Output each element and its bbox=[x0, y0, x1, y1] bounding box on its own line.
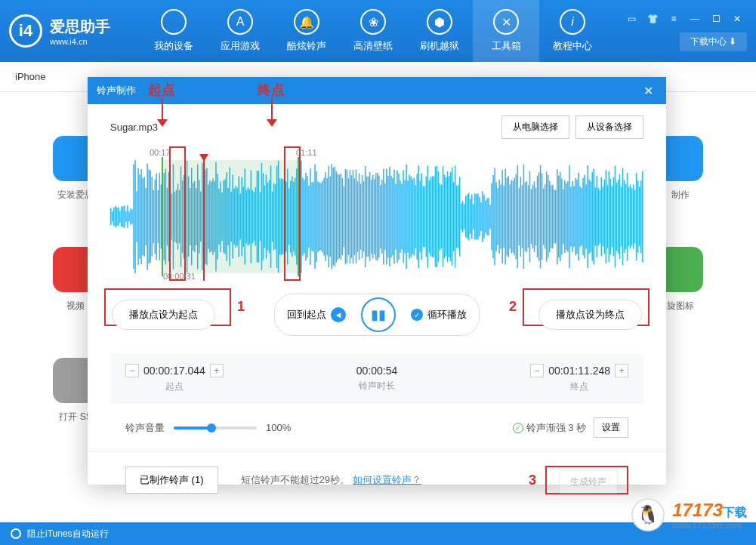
controls-row: 1 播放点设为起点 回到起点◄ ▮▮ ✓循环播放 2 播放点设为终点 bbox=[88, 282, 666, 347]
app-header: i4 爱思助手 www.i4.cn 我的设备 A应用游戏 🔔酷炫铃声 ❀高清壁纸… bbox=[0, 0, 756, 62]
status-icon[interactable] bbox=[11, 528, 21, 539]
svg-rect-275 bbox=[529, 171, 531, 263]
svg-rect-168 bbox=[366, 177, 368, 257]
svg-rect-257 bbox=[501, 170, 503, 263]
loop-play-toggle[interactable]: ✓循环播放 bbox=[402, 303, 476, 326]
source-row: Sugar.mp3 从电脑选择 从设备选择 bbox=[88, 104, 666, 146]
nav-ringtones[interactable]: 🔔酷炫铃声 bbox=[273, 0, 340, 62]
svg-rect-254 bbox=[497, 188, 498, 245]
svg-rect-266 bbox=[516, 174, 517, 260]
playback-group: 回到起点◄ ▮▮ ✓循环播放 bbox=[274, 294, 480, 336]
top-nav: 我的设备 A应用游戏 🔔酷炫铃声 ❀高清壁纸 ⬢刷机越狱 ✕工具箱 i教程中心 bbox=[140, 0, 622, 62]
svg-rect-265 bbox=[514, 178, 516, 256]
svg-rect-313 bbox=[587, 165, 588, 268]
svg-rect-311 bbox=[584, 175, 585, 259]
back-icon: ◄ bbox=[331, 307, 346, 322]
nav-toolbox[interactable]: ✕工具箱 bbox=[473, 0, 539, 62]
made-ringtones-button[interactable]: 已制作铃声 (1) bbox=[125, 466, 218, 494]
modal-close-button[interactable]: ✕ bbox=[639, 82, 657, 100]
svg-rect-220 bbox=[446, 177, 447, 256]
skin-icon[interactable]: 👕 bbox=[643, 11, 662, 26]
bg-tool-label: 旋图标 bbox=[667, 300, 694, 313]
svg-rect-246 bbox=[485, 201, 486, 232]
annotation-start: 起点 bbox=[148, 81, 175, 99]
svg-rect-202 bbox=[418, 165, 419, 268]
start-minus-button[interactable]: − bbox=[125, 364, 139, 377]
svg-rect-209 bbox=[429, 180, 430, 253]
feedback-icon[interactable]: ▭ bbox=[622, 11, 641, 26]
svg-rect-280 bbox=[537, 176, 538, 257]
nav-jailbreak[interactable]: ⬢刷机越狱 bbox=[406, 0, 473, 62]
svg-rect-20 bbox=[140, 169, 142, 264]
svg-rect-315 bbox=[590, 181, 591, 251]
svg-rect-146 bbox=[333, 168, 335, 265]
generate-button[interactable]: 生成铃声 bbox=[559, 470, 618, 494]
back-to-start-button[interactable]: 回到起点◄ bbox=[278, 303, 355, 327]
from-computer-button[interactable]: 从电脑选择 bbox=[501, 115, 569, 139]
svg-rect-132 bbox=[311, 182, 313, 251]
end-time-block: −00:01:11.248+ 终点 bbox=[530, 364, 628, 393]
svg-rect-29 bbox=[154, 180, 156, 254]
svg-rect-243 bbox=[480, 202, 482, 231]
maximize-icon[interactable]: ☐ bbox=[706, 11, 726, 26]
status-text[interactable]: 阻止iTunes自动运行 bbox=[27, 528, 109, 540]
waveform-area[interactable]: 00:17 01:11 placeholder 00:00:31 bbox=[110, 146, 643, 282]
nav-my-device[interactable]: 我的设备 bbox=[140, 0, 207, 62]
svg-rect-261 bbox=[508, 176, 509, 257]
volume-thumb[interactable] bbox=[207, 423, 216, 433]
wave-start-time: 00:17 bbox=[150, 148, 171, 157]
svg-rect-222 bbox=[449, 176, 450, 257]
svg-rect-289 bbox=[551, 185, 552, 248]
svg-rect-242 bbox=[479, 197, 480, 236]
svg-rect-187 bbox=[395, 183, 397, 249]
logo-icon: i4 bbox=[9, 14, 42, 48]
download-center-button[interactable]: 下载中心 ⬇ bbox=[680, 32, 747, 51]
svg-rect-226 bbox=[455, 165, 456, 267]
set-end-button[interactable]: 播放点设为终点 bbox=[538, 300, 642, 330]
svg-rect-288 bbox=[549, 181, 551, 252]
svg-rect-206 bbox=[424, 186, 426, 248]
svg-rect-150 bbox=[339, 175, 341, 259]
svg-rect-344 bbox=[634, 190, 636, 244]
start-plus-button[interactable]: + bbox=[210, 364, 224, 377]
device-tab-iphone[interactable]: iPhone bbox=[15, 71, 45, 82]
bg-tool-label: 制作 bbox=[671, 189, 690, 202]
nav-tutorials[interactable]: i教程中心 bbox=[539, 0, 606, 62]
svg-rect-125 bbox=[301, 160, 302, 272]
svg-rect-276 bbox=[531, 189, 532, 244]
nav-apps[interactable]: A应用游戏 bbox=[207, 0, 273, 62]
svg-rect-323 bbox=[603, 187, 604, 247]
set-start-button[interactable]: 播放点设为起点 bbox=[112, 300, 215, 330]
start-marker[interactable] bbox=[162, 157, 163, 276]
svg-rect-151 bbox=[341, 174, 342, 260]
watermark-url: www.17173xz.com bbox=[672, 521, 747, 530]
nav-wallpapers[interactable]: ❀高清壁纸 bbox=[340, 0, 406, 62]
svg-rect-221 bbox=[447, 171, 449, 262]
close-icon[interactable]: ✕ bbox=[727, 11, 747, 26]
fade-check-icon[interactable]: ✓ bbox=[513, 423, 523, 433]
svg-rect-286 bbox=[546, 171, 548, 261]
svg-rect-301 bbox=[569, 165, 570, 268]
play-pause-button[interactable]: ▮▮ bbox=[361, 297, 396, 332]
svg-rect-263 bbox=[511, 180, 513, 253]
svg-rect-31 bbox=[158, 190, 159, 243]
svg-rect-131 bbox=[310, 168, 311, 265]
minimize-icon[interactable]: — bbox=[685, 11, 705, 26]
from-device-button[interactable]: 从设备选择 bbox=[575, 115, 643, 139]
end-plus-button[interactable]: + bbox=[615, 364, 628, 377]
menu-icon[interactable]: ≡ bbox=[664, 11, 683, 26]
svg-rect-28 bbox=[153, 190, 154, 243]
svg-rect-179 bbox=[383, 168, 384, 264]
svg-rect-26 bbox=[150, 171, 151, 263]
end-minus-button[interactable]: − bbox=[530, 364, 544, 377]
fade-label: 铃声渐强 3 秒 bbox=[526, 421, 586, 435]
fade-settings-button[interactable]: 设置 bbox=[594, 417, 628, 438]
svg-rect-4 bbox=[116, 208, 118, 226]
svg-rect-205 bbox=[423, 186, 424, 248]
svg-rect-218 bbox=[443, 166, 444, 267]
window-controls: ▭ 👕 ≡ — ☐ ✕ bbox=[622, 11, 747, 26]
svg-rect-215 bbox=[438, 171, 440, 262]
how-to-link[interactable]: 如何设置铃声？ bbox=[353, 473, 421, 487]
playhead[interactable] bbox=[199, 154, 208, 162]
volume-slider[interactable] bbox=[174, 426, 257, 430]
